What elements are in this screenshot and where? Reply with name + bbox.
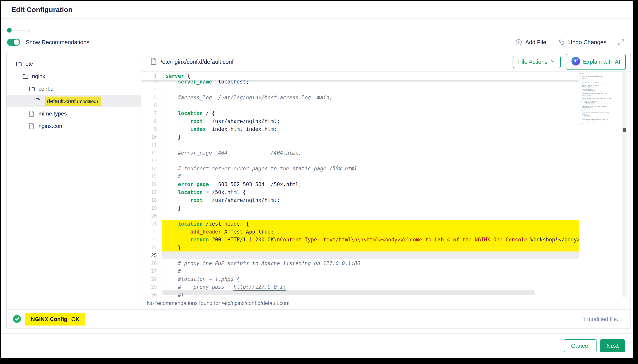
code-line-9: index index.html index.htm;	[162, 125, 579, 133]
code-line-17: location = /50x.html {	[162, 188, 579, 196]
undo-changes-button[interactable]: Undo Changes	[558, 38, 606, 46]
line-number: 17	[141, 188, 162, 196]
vertical-scrollbar-thumb[interactable]	[623, 128, 626, 132]
tree-item-etc[interactable]: etc	[7, 58, 141, 70]
line-number: 13	[141, 157, 162, 165]
tree-item-label: etc	[26, 61, 33, 67]
code-line-6	[162, 102, 579, 109]
add-file-label: Add File	[525, 39, 546, 46]
sticky-line-code: server {	[162, 72, 190, 80]
line-number: 22	[141, 228, 162, 236]
step-connector	[14, 30, 25, 31]
line-number: 23	[141, 236, 162, 244]
plus-circle-icon	[515, 39, 522, 46]
code-line-20	[162, 212, 579, 220]
line-number: 6	[141, 102, 162, 109]
next-button[interactable]: Next	[600, 339, 625, 352]
line-number: 9	[141, 125, 162, 133]
file-icon	[29, 123, 35, 129]
code-line-19: }	[162, 204, 579, 212]
expand-icon	[618, 39, 624, 46]
minimap-spacer	[626, 72, 630, 297]
code-line-21: location /test_header {	[162, 220, 579, 228]
config-status-value: OK	[71, 316, 79, 322]
line-number: 28	[141, 275, 162, 283]
nginx-config-status-badge: NGINX Config OK	[25, 313, 85, 326]
configuration-panel: etcnginxconf.ddefault.conf (modified)mim…	[6, 52, 631, 329]
expand-button[interactable]	[618, 39, 624, 46]
tree-item-mime.types[interactable]: mime.types	[7, 108, 141, 120]
chevron-down-icon	[550, 59, 555, 65]
code-line-13	[162, 157, 579, 165]
code-line-18: root /usr/share/nginx/html;	[162, 196, 579, 204]
code-line-15: #	[162, 172, 579, 180]
modified-suffix: (modified)	[76, 99, 98, 104]
file-icon	[35, 98, 42, 104]
tree-item-label: default.conf (modified)	[45, 96, 101, 106]
step-2-dot	[27, 28, 30, 32]
tree-item-label: nginx	[32, 73, 45, 80]
editor-header: /etc/nginx/conf.d/default.conf File Acti…	[141, 52, 630, 72]
show-recommendations-toggle[interactable]	[7, 39, 20, 46]
file-icon	[29, 110, 35, 117]
code-line-27: #	[162, 267, 579, 275]
code-line-25	[162, 252, 579, 260]
minimap[interactable]: server { listen 80 default_server; serve…	[579, 72, 622, 297]
line-number: 11	[141, 141, 162, 149]
edit-configuration-modal: Edit Configuration Show Recommendations …	[1, 1, 633, 358]
line-number: 24	[141, 244, 162, 252]
line-number: 12	[141, 149, 162, 157]
code-line-26: # proxy the PHP scripts to Apache listen…	[162, 260, 579, 267]
code-line-14: # redirect server error pages to the sta…	[162, 165, 579, 172]
check-circle-icon	[13, 314, 21, 324]
toggle-knob	[14, 40, 19, 45]
line-number: 16	[141, 180, 162, 188]
tree-item-label: nginx.conf	[39, 123, 64, 129]
toolbar: Show Recommendations Add File Undo Chang…	[7, 36, 624, 48]
tree-item-default.conf[interactable]: default.conf (modified)	[7, 95, 141, 108]
step-1-dot	[7, 28, 12, 32]
code-line-16: error_page 500 502 503 504 /50x.html;	[162, 180, 579, 188]
undo-changes-label: Undo Changes	[568, 39, 606, 46]
add-file-button[interactable]: Add File	[515, 39, 546, 46]
file-actions-label: File Actions	[518, 59, 547, 65]
line-number: 7	[141, 109, 162, 117]
recommendations-status: No recommendations found for /etc/nginx/…	[141, 297, 630, 309]
file-icon	[151, 58, 157, 66]
stepper	[7, 28, 30, 32]
code-line-12: #error_page 404 /404.html;	[162, 149, 579, 157]
folder-icon	[22, 73, 29, 80]
line-number: 30	[141, 291, 162, 297]
sticky-line-number: 1	[141, 72, 162, 80]
tree-item-label: conf.d	[39, 86, 54, 92]
code-line-30: #}	[162, 291, 579, 297]
line-number: 10	[141, 133, 162, 141]
config-status-bar: NGINX Config OK 1 modified file.	[7, 309, 630, 328]
code-lines: server_name localhost; #access_log /var/…	[162, 72, 579, 297]
sticky-line: 1 server {	[141, 72, 579, 80]
minimap-column: server { listen 80 default_server; serve…	[579, 72, 630, 297]
line-number: 29	[141, 283, 162, 291]
code-editor[interactable]: 3456789101112131415161718192021222324252…	[141, 72, 630, 297]
tree-item-nginx.conf[interactable]: nginx.conf	[7, 120, 141, 132]
explain-with-ai-label: Explain with AI	[583, 59, 620, 65]
code-line-8: root /usr/share/nginx/html;	[162, 117, 579, 125]
code-line-4	[162, 86, 579, 94]
line-number: 4	[141, 86, 162, 94]
code-line-22: add_header X-Test-App true;	[162, 228, 579, 236]
tree-item-conf.d[interactable]: conf.d	[7, 82, 141, 95]
tree-item-nginx[interactable]: nginx	[7, 70, 141, 82]
file-path: /etc/nginx/conf.d/default.conf	[161, 59, 234, 65]
recommendations-message: No recommendations found for /etc/nginx/…	[147, 300, 290, 306]
tree-item-label: mime.types	[39, 110, 67, 117]
modal-header: Edit Configuration	[1, 1, 633, 18]
code-line-28: #location ~ \.php$ {	[162, 275, 579, 283]
folder-icon	[29, 86, 35, 92]
line-number: 5	[141, 94, 162, 102]
file-actions-button[interactable]: File Actions	[512, 56, 561, 68]
show-recommendations-label: Show Recommendations	[26, 39, 89, 46]
vertical-scrollbar[interactable]	[622, 72, 626, 297]
explain-with-ai-button[interactable]: Explain with AI	[566, 54, 626, 70]
cancel-button[interactable]: Cancel	[564, 339, 596, 352]
code-line-23: return 200 'HTTP/1.1 200 OK\nContent-Typ…	[162, 236, 579, 244]
